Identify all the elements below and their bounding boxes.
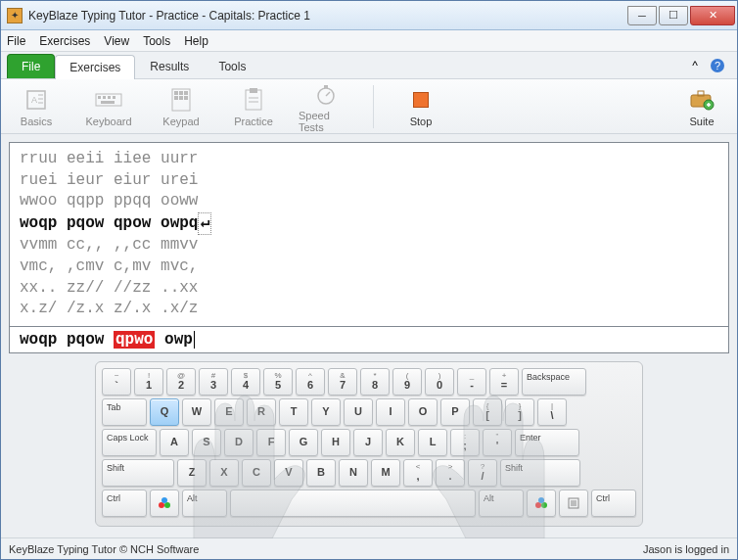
- svg-rect-17: [174, 96, 178, 100]
- key-r[interactable]: R: [247, 398, 276, 426]
- key-6[interactable]: ^6: [296, 368, 325, 396]
- key-3[interactable]: #3: [199, 368, 228, 396]
- key-alt-left[interactable]: Alt: [182, 490, 227, 517]
- svg-rect-11: [113, 96, 115, 99]
- lesson-current-line: woqp pqow qpow owpq↵: [20, 212, 718, 236]
- key-d[interactable]: D: [224, 429, 254, 456]
- key-5[interactable]: %5: [263, 368, 293, 396]
- key-e[interactable]: E: [214, 398, 244, 426]
- key-win-right[interactable]: [527, 490, 556, 517]
- key-z[interactable]: Z: [177, 459, 207, 487]
- key-u[interactable]: U: [344, 398, 373, 426]
- key-9[interactable]: (9: [392, 368, 422, 396]
- key-punct[interactable]: ?/: [468, 459, 497, 487]
- key-i[interactable]: I: [376, 398, 405, 426]
- lesson-line: rruu eeii iiee uurr: [20, 149, 718, 170]
- key-b[interactable]: B: [306, 459, 336, 487]
- tool-keyboard[interactable]: Keyboard: [81, 86, 136, 127]
- key-alt-right[interactable]: Alt: [479, 490, 524, 517]
- key-m[interactable]: M: [371, 459, 400, 487]
- tab-exercises[interactable]: Exercises: [55, 55, 135, 79]
- svg-rect-16: [184, 91, 188, 95]
- key-o[interactable]: O: [408, 398, 438, 426]
- key-\[interactable]: |\: [537, 398, 567, 426]
- key-ctrl-left[interactable]: Ctrl: [102, 490, 147, 517]
- key-7[interactable]: &7: [328, 368, 357, 396]
- svg-rect-10: [108, 96, 111, 99]
- key-capslock[interactable]: Caps Lock: [102, 429, 157, 456]
- key-`[interactable]: ~`: [102, 368, 131, 396]
- key-p[interactable]: P: [440, 398, 470, 426]
- key-tab[interactable]: Tab: [102, 398, 147, 426]
- svg-point-32: [161, 497, 167, 503]
- tool-speed-tests[interactable]: Speed Tests: [299, 80, 353, 133]
- key-t[interactable]: T: [279, 398, 308, 426]
- lesson-text: rruu eeii iiee uurrruei ieur eiur ureiww…: [9, 142, 729, 327]
- key-[[interactable]: {[: [473, 398, 502, 426]
- key-=[interactable]: +=: [489, 368, 519, 396]
- menu-help[interactable]: Help: [184, 34, 208, 48]
- svg-line-25: [326, 92, 330, 96]
- menu-file[interactable]: File: [7, 34, 25, 48]
- key-space[interactable]: [230, 490, 476, 517]
- tab-file[interactable]: File: [7, 54, 55, 78]
- key-2[interactable]: @2: [166, 368, 196, 396]
- help-icon[interactable]: ?: [704, 55, 731, 76]
- key-0[interactable]: )0: [425, 368, 454, 396]
- svg-rect-14: [174, 91, 178, 95]
- key-n[interactable]: N: [339, 459, 368, 487]
- key-enter[interactable]: Enter: [515, 429, 579, 456]
- key-menu[interactable]: [559, 490, 588, 517]
- key-punct[interactable]: "': [483, 429, 512, 456]
- menu-view[interactable]: View: [104, 34, 129, 48]
- key-punct[interactable]: :;: [450, 429, 480, 456]
- key-8[interactable]: *8: [360, 368, 390, 396]
- menu-tools[interactable]: Tools: [143, 34, 170, 48]
- key-y[interactable]: Y: [311, 398, 341, 426]
- key-4[interactable]: $4: [231, 368, 260, 396]
- menu-exercises[interactable]: Exercises: [39, 34, 90, 48]
- key-win-left[interactable]: [150, 490, 179, 517]
- key-shift-right[interactable]: Shift: [500, 459, 580, 487]
- maximize-button[interactable]: ☐: [659, 6, 688, 25]
- key-h[interactable]: H: [321, 429, 350, 456]
- key-1[interactable]: !1: [134, 368, 163, 396]
- svg-rect-12: [101, 101, 115, 104]
- tool-basics[interactable]: A Basics: [9, 86, 64, 127]
- key-punct[interactable]: >.: [436, 459, 465, 487]
- key-backspace[interactable]: Backspace: [522, 368, 586, 396]
- tab-results[interactable]: Results: [135, 54, 204, 78]
- tab-tools[interactable]: Tools: [204, 54, 260, 78]
- key-w[interactable]: W: [182, 398, 211, 426]
- key-punct[interactable]: <,: [403, 459, 433, 487]
- key-x[interactable]: X: [209, 459, 239, 487]
- key-a[interactable]: A: [160, 429, 189, 456]
- tool-keypad[interactable]: Keypad: [154, 86, 208, 127]
- key-f[interactable]: F: [256, 429, 286, 456]
- typing-input[interactable]: woqp pqow qpwo owp: [9, 327, 729, 353]
- collapse-ribbon-icon[interactable]: ^: [686, 56, 704, 75]
- key-l[interactable]: L: [418, 429, 447, 456]
- typing-error: qpwo: [114, 331, 155, 349]
- key-ctrl-right[interactable]: Ctrl: [591, 490, 636, 517]
- key-q[interactable]: Q: [150, 398, 179, 426]
- tool-suite[interactable]: Suite: [674, 86, 729, 127]
- minimize-button[interactable]: ─: [627, 6, 657, 25]
- key-j[interactable]: J: [353, 429, 383, 456]
- svg-point-30: [159, 502, 164, 508]
- titlebar: ✦ KeyBlaze Typing Tutor - Practice - Cap…: [1, 1, 737, 30]
- key-][interactable]: }]: [505, 398, 534, 426]
- key-c[interactable]: C: [242, 459, 271, 487]
- key--[interactable]: _-: [457, 368, 486, 396]
- tool-stop[interactable]: Stop: [393, 86, 448, 127]
- key-g[interactable]: G: [289, 429, 318, 456]
- key-s[interactable]: S: [192, 429, 221, 456]
- key-v[interactable]: V: [274, 459, 303, 487]
- close-button[interactable]: ✕: [690, 6, 735, 25]
- svg-rect-18: [179, 96, 183, 100]
- svg-point-33: [535, 502, 541, 508]
- key-shift-left[interactable]: Shift: [102, 459, 174, 487]
- status-left: KeyBlaze Typing Tutor © NCH Software: [9, 543, 199, 555]
- key-k[interactable]: K: [386, 429, 415, 456]
- tool-practice[interactable]: Practice: [226, 86, 281, 127]
